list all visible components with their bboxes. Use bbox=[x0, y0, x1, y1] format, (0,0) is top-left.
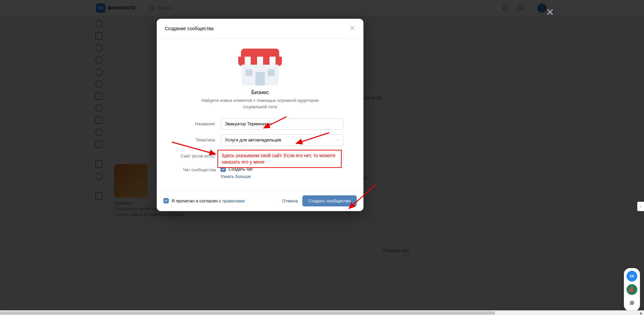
modal-title: Создание сообщества bbox=[165, 26, 213, 31]
scrollbar-thumb[interactable] bbox=[0, 311, 495, 315]
checkbox-checked-icon bbox=[163, 198, 169, 203]
chat-widget-button[interactable] bbox=[627, 298, 637, 308]
modal-header: Создание сообщества bbox=[157, 19, 363, 39]
create-community-modal: Создание сообщества Бизнес Найдите новых… bbox=[157, 19, 363, 211]
cancel-button[interactable]: Отмена bbox=[278, 196, 303, 206]
hero-description: Найдите новых клиентов с помощью огромно… bbox=[190, 98, 331, 110]
create-community-button[interactable]: Создать сообщество bbox=[302, 195, 357, 206]
hero-title: Бизнес bbox=[251, 89, 269, 96]
rules-link[interactable]: правилами bbox=[222, 198, 245, 203]
scrollbar-arrow-right-icon[interactable]: ▶ bbox=[639, 311, 644, 315]
label-chat: Чат сообщества bbox=[177, 167, 220, 172]
stats-widget-button[interactable] bbox=[627, 284, 637, 295]
agree-row[interactable]: Я прочитал и согласен с правилами bbox=[163, 198, 245, 203]
topic-select[interactable]: Услуги для автовладельцев bbox=[220, 134, 343, 146]
learn-more-link[interactable]: Узнать больше bbox=[220, 174, 343, 179]
agree-text: Я прочитал и согласен с bbox=[171, 198, 221, 203]
business-hero-icon bbox=[238, 49, 282, 85]
row-topic: Тематика: Услуги для автовладельцев bbox=[177, 134, 343, 146]
vk-widget-button[interactable]: VK bbox=[627, 271, 637, 281]
horizontal-scrollbar[interactable]: ▶ bbox=[0, 310, 644, 315]
side-expand-toggle[interactable] bbox=[637, 202, 644, 211]
modal-close-button[interactable] bbox=[349, 25, 355, 32]
annotation-site-note: Здесь указываем свой сайт. Если его нет,… bbox=[217, 150, 342, 168]
side-widget-stack: VK bbox=[624, 268, 640, 311]
label-name: Название: bbox=[177, 121, 220, 126]
name-input[interactable] bbox=[220, 118, 343, 130]
modal-footer: Я прочитал и согласен с правилами Отмена… bbox=[157, 190, 363, 211]
backdrop-close-button[interactable] bbox=[546, 8, 554, 17]
label-site: Сайт (если есть): bbox=[177, 153, 220, 159]
row-chat: Чат сообщества Создать чат Узнать больше bbox=[177, 167, 343, 179]
label-topic: Тематика: bbox=[177, 137, 220, 142]
row-name: Название: bbox=[177, 118, 343, 130]
